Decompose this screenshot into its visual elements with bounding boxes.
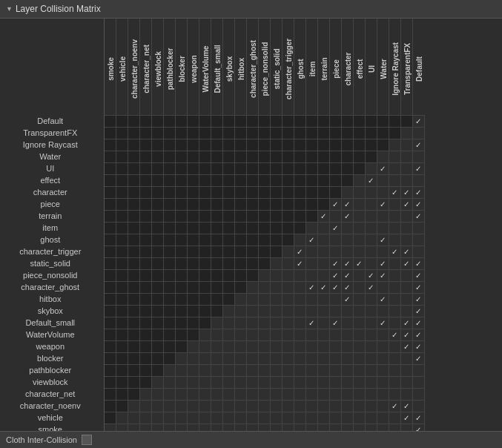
cell[interactable]: [282, 329, 294, 340]
cell[interactable]: [353, 246, 365, 257]
cell[interactable]: [377, 139, 389, 151]
cell[interactable]: [151, 127, 163, 139]
cell[interactable]: [187, 246, 199, 257]
cell[interactable]: [163, 293, 175, 305]
cell[interactable]: [353, 293, 365, 305]
cell[interactable]: [258, 352, 270, 364]
cell[interactable]: [282, 364, 294, 376]
cell[interactable]: [222, 317, 234, 329]
cell[interactable]: [306, 174, 317, 186]
cell[interactable]: [234, 210, 246, 222]
cell[interactable]: [294, 115, 306, 127]
cell[interactable]: [151, 198, 163, 210]
cell[interactable]: ✓: [377, 257, 389, 269]
cell[interactable]: [306, 329, 317, 340]
cell[interactable]: [187, 198, 199, 210]
cell[interactable]: [329, 364, 341, 376]
cell[interactable]: [139, 234, 151, 246]
cell[interactable]: [294, 305, 306, 317]
cell[interactable]: [199, 210, 211, 222]
cell[interactable]: [353, 388, 365, 400]
cell[interactable]: [163, 340, 175, 352]
cell[interactable]: [139, 424, 151, 431]
cell[interactable]: [270, 424, 282, 431]
cell[interactable]: [128, 400, 139, 412]
cell[interactable]: [116, 198, 128, 210]
cell[interactable]: [163, 174, 175, 186]
cell[interactable]: [282, 281, 294, 293]
cell[interactable]: [365, 364, 377, 376]
cell[interactable]: [211, 151, 222, 162]
cell[interactable]: [187, 234, 199, 246]
cell[interactable]: [246, 210, 258, 222]
cell[interactable]: [199, 400, 211, 412]
cell[interactable]: [175, 340, 187, 352]
cell[interactable]: [317, 139, 329, 151]
cell[interactable]: [187, 412, 199, 424]
cell[interactable]: [294, 139, 306, 151]
cell[interactable]: ✓: [365, 269, 377, 281]
cell[interactable]: ✓: [412, 412, 424, 424]
cell[interactable]: [116, 139, 128, 151]
cell[interactable]: [270, 352, 282, 364]
cell[interactable]: [234, 186, 246, 198]
cell[interactable]: [412, 127, 424, 139]
cell[interactable]: [353, 162, 365, 174]
cell[interactable]: [270, 257, 282, 269]
cell[interactable]: [329, 210, 341, 222]
cell[interactable]: [187, 139, 199, 151]
cell[interactable]: [341, 376, 353, 388]
cell[interactable]: [412, 376, 424, 388]
cell[interactable]: [270, 115, 282, 127]
cell[interactable]: [294, 340, 306, 352]
cell[interactable]: [270, 317, 282, 329]
cell[interactable]: [282, 222, 294, 234]
cell[interactable]: ✓: [377, 162, 389, 174]
cell[interactable]: [199, 388, 211, 400]
cell[interactable]: [341, 329, 353, 340]
cell[interactable]: [365, 317, 377, 329]
cell[interactable]: [353, 186, 365, 198]
cell[interactable]: [151, 317, 163, 329]
cell[interactable]: [175, 162, 187, 174]
cell[interactable]: [306, 305, 317, 317]
cell[interactable]: [306, 424, 317, 431]
cell[interactable]: [199, 412, 211, 424]
cell[interactable]: [187, 222, 199, 234]
cell[interactable]: [365, 210, 377, 222]
cell[interactable]: [116, 151, 128, 162]
cell[interactable]: [306, 186, 317, 198]
cell[interactable]: [128, 269, 139, 281]
cell[interactable]: [341, 412, 353, 424]
cell[interactable]: [139, 269, 151, 281]
cell[interactable]: [116, 305, 128, 317]
cell[interactable]: [341, 115, 353, 127]
cell[interactable]: ✓: [377, 317, 389, 329]
cell[interactable]: [104, 305, 116, 317]
cell[interactable]: [282, 317, 294, 329]
cell[interactable]: [270, 388, 282, 400]
cell[interactable]: [282, 234, 294, 246]
cell[interactable]: [246, 186, 258, 198]
cell[interactable]: [294, 364, 306, 376]
cell[interactable]: [377, 376, 389, 388]
cell[interactable]: [294, 281, 306, 293]
cell[interactable]: [104, 400, 116, 412]
cell[interactable]: [389, 293, 400, 305]
cell[interactable]: [365, 293, 377, 305]
cell[interactable]: ✓: [412, 162, 424, 174]
cell[interactable]: [246, 424, 258, 431]
cell[interactable]: ✓: [294, 246, 306, 257]
cell[interactable]: [151, 234, 163, 246]
cell[interactable]: ✓: [329, 269, 341, 281]
cell[interactable]: [294, 174, 306, 186]
cell[interactable]: [270, 305, 282, 317]
cell[interactable]: [139, 400, 151, 412]
cell[interactable]: ✓: [317, 210, 329, 222]
cell[interactable]: [400, 376, 412, 388]
cell[interactable]: [116, 281, 128, 293]
cell[interactable]: [400, 305, 412, 317]
cell[interactable]: [151, 305, 163, 317]
cell[interactable]: [211, 424, 222, 431]
cell[interactable]: [175, 376, 187, 388]
